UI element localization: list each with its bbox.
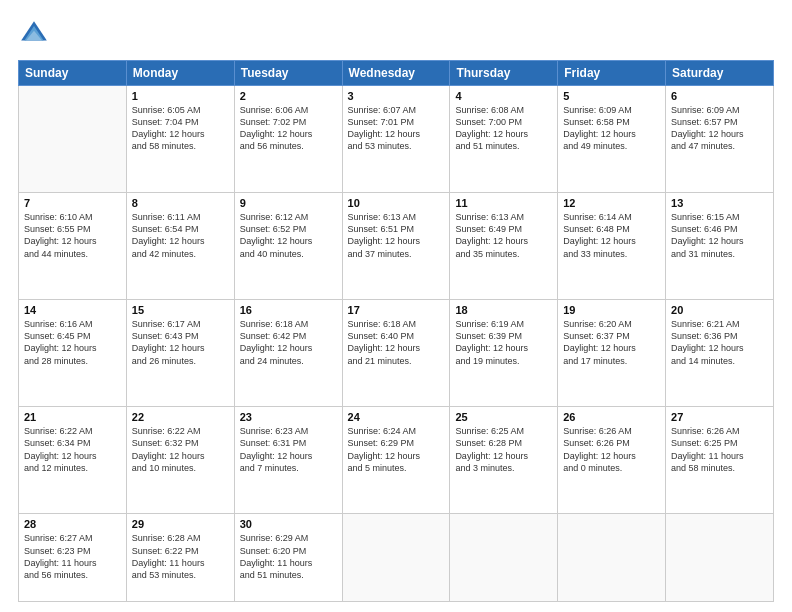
weekday-header-thursday: Thursday <box>450 61 558 86</box>
day-number: 19 <box>563 304 660 316</box>
day-info: Sunrise: 6:20 AM Sunset: 6:37 PM Dayligh… <box>563 318 660 367</box>
calendar-cell: 16Sunrise: 6:18 AM Sunset: 6:42 PM Dayli… <box>234 300 342 407</box>
calendar-cell: 28Sunrise: 6:27 AM Sunset: 6:23 PM Dayli… <box>19 514 127 602</box>
day-info: Sunrise: 6:24 AM Sunset: 6:29 PM Dayligh… <box>348 425 445 474</box>
calendar-cell: 22Sunrise: 6:22 AM Sunset: 6:32 PM Dayli… <box>126 407 234 514</box>
day-info: Sunrise: 6:07 AM Sunset: 7:01 PM Dayligh… <box>348 104 445 153</box>
calendar-cell <box>558 514 666 602</box>
day-info: Sunrise: 6:18 AM Sunset: 6:40 PM Dayligh… <box>348 318 445 367</box>
calendar-cell: 20Sunrise: 6:21 AM Sunset: 6:36 PM Dayli… <box>666 300 774 407</box>
day-number: 3 <box>348 90 445 102</box>
week-row-2: 7Sunrise: 6:10 AM Sunset: 6:55 PM Daylig… <box>19 193 774 300</box>
day-info: Sunrise: 6:25 AM Sunset: 6:28 PM Dayligh… <box>455 425 552 474</box>
calendar-cell: 24Sunrise: 6:24 AM Sunset: 6:29 PM Dayli… <box>342 407 450 514</box>
day-number: 30 <box>240 518 337 530</box>
day-number: 9 <box>240 197 337 209</box>
calendar-cell: 8Sunrise: 6:11 AM Sunset: 6:54 PM Daylig… <box>126 193 234 300</box>
day-number: 1 <box>132 90 229 102</box>
calendar-cell: 25Sunrise: 6:25 AM Sunset: 6:28 PM Dayli… <box>450 407 558 514</box>
day-number: 8 <box>132 197 229 209</box>
day-info: Sunrise: 6:18 AM Sunset: 6:42 PM Dayligh… <box>240 318 337 367</box>
day-number: 15 <box>132 304 229 316</box>
calendar-cell: 18Sunrise: 6:19 AM Sunset: 6:39 PM Dayli… <box>450 300 558 407</box>
calendar-cell: 14Sunrise: 6:16 AM Sunset: 6:45 PM Dayli… <box>19 300 127 407</box>
day-number: 12 <box>563 197 660 209</box>
day-info: Sunrise: 6:16 AM Sunset: 6:45 PM Dayligh… <box>24 318 121 367</box>
weekday-header-tuesday: Tuesday <box>234 61 342 86</box>
week-row-5: 28Sunrise: 6:27 AM Sunset: 6:23 PM Dayli… <box>19 514 774 602</box>
day-number: 13 <box>671 197 768 209</box>
day-number: 25 <box>455 411 552 423</box>
day-info: Sunrise: 6:22 AM Sunset: 6:34 PM Dayligh… <box>24 425 121 474</box>
day-number: 27 <box>671 411 768 423</box>
calendar-cell: 12Sunrise: 6:14 AM Sunset: 6:48 PM Dayli… <box>558 193 666 300</box>
calendar-cell: 11Sunrise: 6:13 AM Sunset: 6:49 PM Dayli… <box>450 193 558 300</box>
day-info: Sunrise: 6:28 AM Sunset: 6:22 PM Dayligh… <box>132 532 229 581</box>
week-row-3: 14Sunrise: 6:16 AM Sunset: 6:45 PM Dayli… <box>19 300 774 407</box>
day-number: 24 <box>348 411 445 423</box>
day-number: 29 <box>132 518 229 530</box>
day-info: Sunrise: 6:26 AM Sunset: 6:26 PM Dayligh… <box>563 425 660 474</box>
day-info: Sunrise: 6:09 AM Sunset: 6:57 PM Dayligh… <box>671 104 768 153</box>
day-number: 28 <box>24 518 121 530</box>
day-info: Sunrise: 6:09 AM Sunset: 6:58 PM Dayligh… <box>563 104 660 153</box>
calendar-cell: 2Sunrise: 6:06 AM Sunset: 7:02 PM Daylig… <box>234 86 342 193</box>
calendar-cell: 17Sunrise: 6:18 AM Sunset: 6:40 PM Dayli… <box>342 300 450 407</box>
calendar-cell: 21Sunrise: 6:22 AM Sunset: 6:34 PM Dayli… <box>19 407 127 514</box>
weekday-header-friday: Friday <box>558 61 666 86</box>
day-info: Sunrise: 6:06 AM Sunset: 7:02 PM Dayligh… <box>240 104 337 153</box>
calendar-cell: 30Sunrise: 6:29 AM Sunset: 6:20 PM Dayli… <box>234 514 342 602</box>
calendar-cell: 13Sunrise: 6:15 AM Sunset: 6:46 PM Dayli… <box>666 193 774 300</box>
calendar-cell <box>450 514 558 602</box>
weekday-header-monday: Monday <box>126 61 234 86</box>
day-number: 16 <box>240 304 337 316</box>
calendar-cell: 4Sunrise: 6:08 AM Sunset: 7:00 PM Daylig… <box>450 86 558 193</box>
calendar: SundayMondayTuesdayWednesdayThursdayFrid… <box>18 60 774 602</box>
day-info: Sunrise: 6:27 AM Sunset: 6:23 PM Dayligh… <box>24 532 121 581</box>
calendar-cell: 6Sunrise: 6:09 AM Sunset: 6:57 PM Daylig… <box>666 86 774 193</box>
day-info: Sunrise: 6:21 AM Sunset: 6:36 PM Dayligh… <box>671 318 768 367</box>
day-info: Sunrise: 6:17 AM Sunset: 6:43 PM Dayligh… <box>132 318 229 367</box>
day-info: Sunrise: 6:22 AM Sunset: 6:32 PM Dayligh… <box>132 425 229 474</box>
page: SundayMondayTuesdayWednesdayThursdayFrid… <box>0 0 792 612</box>
logo <box>18 18 54 50</box>
calendar-cell: 23Sunrise: 6:23 AM Sunset: 6:31 PM Dayli… <box>234 407 342 514</box>
weekday-header-sunday: Sunday <box>19 61 127 86</box>
day-number: 20 <box>671 304 768 316</box>
day-info: Sunrise: 6:12 AM Sunset: 6:52 PM Dayligh… <box>240 211 337 260</box>
calendar-cell: 29Sunrise: 6:28 AM Sunset: 6:22 PM Dayli… <box>126 514 234 602</box>
weekday-header-wednesday: Wednesday <box>342 61 450 86</box>
day-number: 18 <box>455 304 552 316</box>
day-number: 26 <box>563 411 660 423</box>
day-number: 6 <box>671 90 768 102</box>
calendar-cell: 7Sunrise: 6:10 AM Sunset: 6:55 PM Daylig… <box>19 193 127 300</box>
weekday-header-row: SundayMondayTuesdayWednesdayThursdayFrid… <box>19 61 774 86</box>
calendar-cell: 10Sunrise: 6:13 AM Sunset: 6:51 PM Dayli… <box>342 193 450 300</box>
day-number: 23 <box>240 411 337 423</box>
calendar-cell <box>666 514 774 602</box>
day-number: 17 <box>348 304 445 316</box>
day-info: Sunrise: 6:13 AM Sunset: 6:49 PM Dayligh… <box>455 211 552 260</box>
day-info: Sunrise: 6:23 AM Sunset: 6:31 PM Dayligh… <box>240 425 337 474</box>
day-info: Sunrise: 6:08 AM Sunset: 7:00 PM Dayligh… <box>455 104 552 153</box>
day-info: Sunrise: 6:19 AM Sunset: 6:39 PM Dayligh… <box>455 318 552 367</box>
day-info: Sunrise: 6:14 AM Sunset: 6:48 PM Dayligh… <box>563 211 660 260</box>
day-number: 10 <box>348 197 445 209</box>
day-info: Sunrise: 6:13 AM Sunset: 6:51 PM Dayligh… <box>348 211 445 260</box>
calendar-cell: 3Sunrise: 6:07 AM Sunset: 7:01 PM Daylig… <box>342 86 450 193</box>
calendar-cell: 15Sunrise: 6:17 AM Sunset: 6:43 PM Dayli… <box>126 300 234 407</box>
day-number: 11 <box>455 197 552 209</box>
week-row-1: 1Sunrise: 6:05 AM Sunset: 7:04 PM Daylig… <box>19 86 774 193</box>
day-number: 21 <box>24 411 121 423</box>
header <box>18 18 774 50</box>
day-info: Sunrise: 6:11 AM Sunset: 6:54 PM Dayligh… <box>132 211 229 260</box>
day-info: Sunrise: 6:29 AM Sunset: 6:20 PM Dayligh… <box>240 532 337 581</box>
day-info: Sunrise: 6:10 AM Sunset: 6:55 PM Dayligh… <box>24 211 121 260</box>
calendar-cell: 19Sunrise: 6:20 AM Sunset: 6:37 PM Dayli… <box>558 300 666 407</box>
calendar-cell: 9Sunrise: 6:12 AM Sunset: 6:52 PM Daylig… <box>234 193 342 300</box>
day-number: 22 <box>132 411 229 423</box>
logo-icon <box>18 18 50 50</box>
calendar-cell: 27Sunrise: 6:26 AM Sunset: 6:25 PM Dayli… <box>666 407 774 514</box>
day-number: 2 <box>240 90 337 102</box>
calendar-cell: 5Sunrise: 6:09 AM Sunset: 6:58 PM Daylig… <box>558 86 666 193</box>
